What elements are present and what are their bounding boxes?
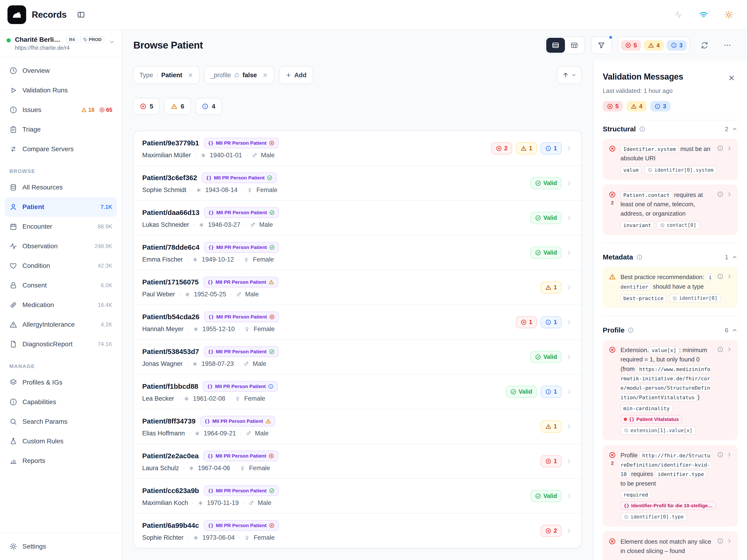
server-switcher[interactable]: Charité Berlin ... R4 PROD https://fhir.… bbox=[0, 30, 122, 57]
patient-row[interactable]: Patient/b54cda26 {} MII PR Person Patien… bbox=[134, 304, 581, 339]
sidebar-nav: Overview Validation Runs Issues 18 65 bbox=[0, 57, 122, 532]
filter-button[interactable] bbox=[591, 36, 612, 54]
close-panel-button[interactable] bbox=[725, 72, 738, 84]
add-filter-button[interactable]: Add bbox=[279, 66, 313, 84]
theme-toggle-sun-icon[interactable] bbox=[722, 8, 736, 22]
patient-row[interactable]: Patient/78dde6c4 {} MII PR Person Patien… bbox=[134, 235, 581, 270]
sidebar-browse-item[interactable]: Medication 16.4K bbox=[5, 295, 117, 315]
section-header[interactable]: Structural 2 bbox=[603, 121, 738, 134]
sidebar-manage-item[interactable]: Capabilities bbox=[5, 392, 117, 412]
profile-name: MII PR Person Patient bbox=[212, 418, 263, 424]
validation-counts-button[interactable]: 5 4 3 bbox=[618, 36, 690, 54]
sidebar-manage-item[interactable]: Reports bbox=[5, 451, 117, 471]
info-circle-icon[interactable] bbox=[717, 145, 723, 152]
remove-filter-icon[interactable] bbox=[187, 72, 194, 78]
birthdate: 1955-12-10 bbox=[202, 325, 235, 333]
section-header[interactable]: Profile 6 bbox=[603, 322, 738, 335]
sidebar-browse-item[interactable]: All Resources bbox=[5, 178, 117, 197]
section-count: 2 bbox=[725, 126, 728, 133]
activity-status-icon[interactable] bbox=[671, 8, 686, 22]
validation-message[interactable]: Extension.value[x]: minimum required = 1… bbox=[603, 340, 738, 440]
panel-error-count[interactable]: 5 bbox=[603, 101, 623, 111]
list-view-button[interactable] bbox=[546, 38, 565, 53]
profile-badge: {} MII PR Person Patient bbox=[204, 520, 279, 531]
chevron-down-icon bbox=[571, 72, 576, 78]
table-view-button[interactable] bbox=[565, 38, 584, 53]
sidebar-nav-item[interactable]: Issues 18 65 bbox=[5, 100, 117, 120]
filter-chip[interactable]: Type : Patient bbox=[133, 66, 200, 84]
info-circle-icon[interactable] bbox=[717, 191, 723, 197]
info-circle-icon[interactable] bbox=[717, 538, 723, 544]
patient-row[interactable]: Patient/538453d7 {} MII PR Person Patien… bbox=[134, 339, 581, 374]
filter-chip[interactable]: _profile ∅ false bbox=[204, 66, 274, 84]
sidebar-nav-item[interactable]: Compare Servers bbox=[5, 139, 117, 159]
x-circle-icon bbox=[99, 107, 105, 113]
sidebar-nav-item[interactable]: Triage bbox=[5, 120, 117, 139]
validation-message[interactable]: 2 Profile http://fhir.de/StructureDefini… bbox=[603, 445, 738, 527]
sidebar-browse-item[interactable]: AllergyIntolerance 4.2K bbox=[5, 315, 117, 335]
validation-message[interactable]: Best practice recommendation: identifier… bbox=[603, 267, 738, 308]
chevron-right-icon[interactable] bbox=[726, 538, 732, 544]
remove-filter-icon[interactable] bbox=[262, 72, 268, 78]
patient-row[interactable]: Patient/6a99b44c {} MII PR Person Patien… bbox=[134, 513, 581, 548]
info-circle-icon[interactable] bbox=[639, 126, 645, 132]
patient-row[interactable]: Patient/f1bbcd88 {} MII PR Person Patien… bbox=[134, 374, 581, 409]
patient-row[interactable]: Patient/2e2ac0ea {} MII PR Person Patien… bbox=[134, 444, 581, 478]
resource-count: 7.1K bbox=[101, 204, 112, 210]
sidebar-manage-item[interactable]: Profiles & IGs bbox=[5, 373, 117, 392]
chevron-right-icon[interactable] bbox=[726, 191, 732, 197]
patient-row[interactable]: Patient/daa66d13 {} MII PR Person Patien… bbox=[134, 200, 581, 235]
info-circle-icon[interactable] bbox=[717, 273, 723, 279]
validation-message[interactable]: 2 Patient.contact requires at least one … bbox=[603, 185, 738, 235]
birthdate-icon bbox=[196, 187, 202, 193]
sidebar-item-settings[interactable]: Settings bbox=[5, 537, 117, 556]
birthdate: 1943-08-14 bbox=[205, 186, 237, 194]
patient-row[interactable]: Patient/cc623a9b {} MII PR Person Patien… bbox=[134, 478, 581, 513]
info-circle-icon[interactable] bbox=[628, 327, 634, 333]
sidebar-toggle-button[interactable] bbox=[74, 8, 88, 22]
chevron-right-icon[interactable] bbox=[726, 346, 732, 352]
patient-row[interactable]: Patient/3c6ef362 {} MII PR Person Patien… bbox=[134, 165, 581, 200]
summary-warnings-pill[interactable]: 6 bbox=[164, 98, 191, 115]
sidebar-browse-item[interactable]: Condition 42.3K bbox=[5, 256, 117, 275]
last-validated-text: Last validated: 1 hour ago bbox=[603, 87, 738, 95]
braces-icon: {} bbox=[208, 244, 214, 250]
refresh-button[interactable] bbox=[696, 37, 713, 54]
info-circle-icon[interactable] bbox=[717, 452, 723, 458]
profile-name: MII PR Person Patient bbox=[216, 349, 266, 354]
info-circle-icon[interactable] bbox=[717, 346, 723, 352]
sidebar-browse-item[interactable]: DiagnosticReport 74.1K bbox=[5, 335, 117, 354]
sidebar-browse-item[interactable]: Patient 7.1K bbox=[5, 197, 117, 217]
sidebar-browse-item[interactable]: Encounter 88.9K bbox=[5, 217, 117, 236]
sidebar-browse-item[interactable]: Consent 6.0K bbox=[5, 275, 117, 295]
patient-row[interactable]: Patient/9e3779b1 {} MII PR Person Patien… bbox=[134, 131, 581, 165]
path-chip: identifier[0] bbox=[669, 294, 721, 302]
more-options-button[interactable] bbox=[719, 37, 736, 54]
sidebar-nav-item[interactable]: Validation Runs bbox=[5, 80, 117, 100]
chevron-right-icon[interactable] bbox=[726, 452, 732, 458]
chevron-right-icon[interactable] bbox=[726, 145, 732, 152]
sidebar-nav-item[interactable]: Overview bbox=[5, 61, 117, 80]
panel-warning-count[interactable]: 4 bbox=[626, 101, 647, 111]
info-circle-icon[interactable] bbox=[636, 254, 642, 260]
message-chips: valueidentifier[0].system bbox=[620, 166, 732, 174]
patient-row[interactable]: Patient/17156075 {} MII PR Person Patien… bbox=[134, 270, 581, 304]
validation-message[interactable]: Element does not match any slice in clos… bbox=[603, 531, 738, 560]
sidebar-manage-item[interactable]: Custom Rules bbox=[5, 431, 117, 451]
section-header[interactable]: Metadata 1 bbox=[603, 248, 738, 262]
chevron-right-icon[interactable] bbox=[726, 273, 732, 279]
db-icon bbox=[9, 183, 17, 191]
profile-name: MII PR Person Patient bbox=[216, 244, 267, 250]
summary-infos-pill[interactable]: 4 bbox=[196, 98, 222, 115]
sort-control[interactable] bbox=[557, 66, 582, 84]
validation-message[interactable]: Identifier.system must be an absolute UR… bbox=[603, 139, 738, 180]
sidebar-manage-item[interactable]: Search Params bbox=[5, 412, 117, 431]
summary-errors-pill[interactable]: 5 bbox=[133, 98, 160, 115]
braces-icon: {} bbox=[208, 140, 213, 146]
tag-icon bbox=[83, 37, 87, 42]
sidebar-browse-item[interactable]: Observation 248.9K bbox=[5, 236, 117, 256]
female-icon bbox=[244, 535, 250, 541]
panel-info-count[interactable]: 3 bbox=[650, 101, 670, 111]
connection-wifi-icon[interactable] bbox=[697, 8, 711, 22]
patient-row[interactable]: Patient/8ff34739 {} MII PR Person Patien… bbox=[134, 409, 581, 444]
